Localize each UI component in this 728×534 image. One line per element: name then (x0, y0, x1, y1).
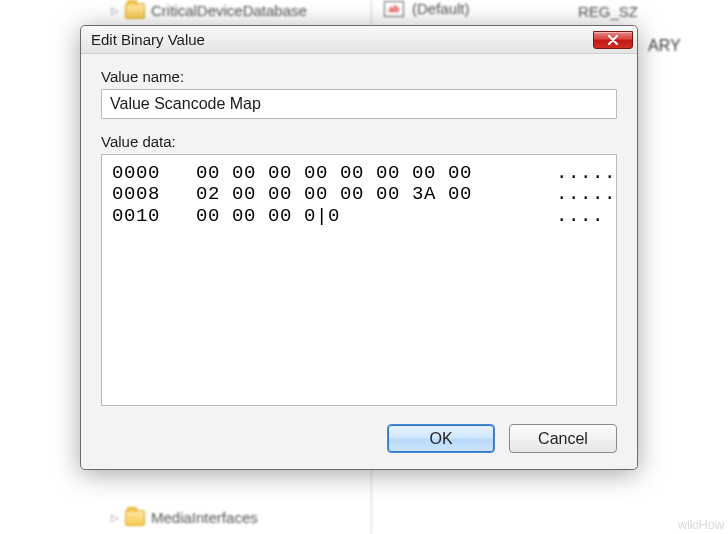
registry-value-type: REG_SZ (578, 3, 638, 20)
value-name-label: Value name: (101, 68, 617, 85)
registry-value-row: ab (Default) (384, 0, 470, 17)
tree-row: ▷ MediaInterfaces (0, 507, 371, 528)
folder-icon (125, 3, 145, 19)
value-data-label: Value data: (101, 133, 617, 150)
dialog-body: Value name: Value data: 0000 00 00 00 00… (81, 54, 637, 469)
cancel-button[interactable]: Cancel (509, 424, 617, 453)
registry-value-name: (Default) (412, 0, 470, 17)
expand-icon: ▷ (110, 513, 119, 522)
expand-icon: ▷ (110, 6, 119, 15)
dialog-button-row: OK Cancel (101, 424, 617, 453)
watermark: wikiHow (678, 517, 724, 532)
tree-row: ▷ CriticalDeviceDatabase (0, 0, 371, 21)
tree-item-label: MediaInterfaces (151, 509, 258, 526)
ok-button[interactable]: OK (387, 424, 495, 453)
folder-icon (125, 510, 145, 526)
registry-value-type-partial: ARY (648, 37, 681, 55)
edit-binary-value-dialog: Edit Binary Value Value name: Value data… (80, 25, 638, 470)
tree-item-label: CriticalDeviceDatabase (151, 2, 307, 19)
value-name-input[interactable] (101, 89, 617, 119)
close-icon (607, 35, 619, 45)
dialog-titlebar: Edit Binary Value (81, 26, 637, 54)
value-data-hex-editor[interactable]: 0000 00 00 00 00 00 00 00 00 ........ 00… (101, 154, 617, 406)
string-value-icon: ab (384, 1, 404, 17)
dialog-title: Edit Binary Value (91, 31, 593, 48)
close-button[interactable] (593, 31, 633, 49)
